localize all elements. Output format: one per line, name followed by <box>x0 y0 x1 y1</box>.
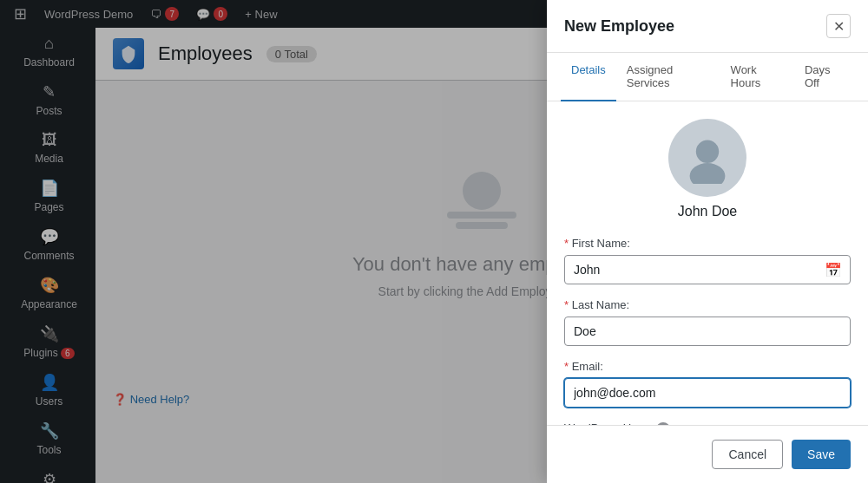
required-marker: * <box>564 237 572 250</box>
panel-title: New Employee <box>564 17 674 36</box>
avatar-section: John Doe <box>564 119 851 219</box>
panel-footer: Cancel Save <box>547 425 868 483</box>
calendar-icon: 📅 <box>825 262 842 278</box>
cancel-button[interactable]: Cancel <box>712 440 783 469</box>
first-name-group: * First Name: 📅 <box>564 237 851 284</box>
panel-tabs: Details Assigned Services Work Hours Day… <box>547 53 868 101</box>
required-marker: * <box>564 298 572 311</box>
email-input[interactable] <box>564 378 851 408</box>
email-group: * Email: <box>564 360 851 408</box>
last-name-label: * Last Name: <box>564 298 851 311</box>
last-name-group: * Last Name: <box>564 298 851 346</box>
first-name-input[interactable] <box>564 255 851 284</box>
panel-body: John Doe * First Name: 📅 * Last Name: * … <box>547 101 868 425</box>
last-name-input[interactable] <box>564 317 851 346</box>
first-name-label: * First Name: <box>564 237 851 250</box>
tab-work-hours[interactable]: Work Hours <box>720 53 794 101</box>
avatar-name: John Doe <box>678 204 738 219</box>
tab-details[interactable]: Details <box>561 53 616 101</box>
svg-point-3 <box>696 140 719 163</box>
close-button[interactable]: ✕ <box>826 14 851 38</box>
new-employee-panel: New Employee ✕ Details Assigned Services… <box>547 0 868 483</box>
panel-header: New Employee ✕ <box>547 0 868 53</box>
first-name-wrap: 📅 <box>564 255 851 284</box>
tab-days-off[interactable]: Days Off <box>794 53 854 101</box>
avatar-icon <box>681 132 733 184</box>
required-marker: * <box>564 360 572 373</box>
email-label: * Email: <box>564 360 851 373</box>
svg-point-4 <box>690 163 726 184</box>
avatar[interactable] <box>668 119 746 197</box>
tab-assigned-services[interactable]: Assigned Services <box>616 53 720 101</box>
save-button[interactable]: Save <box>792 440 851 469</box>
